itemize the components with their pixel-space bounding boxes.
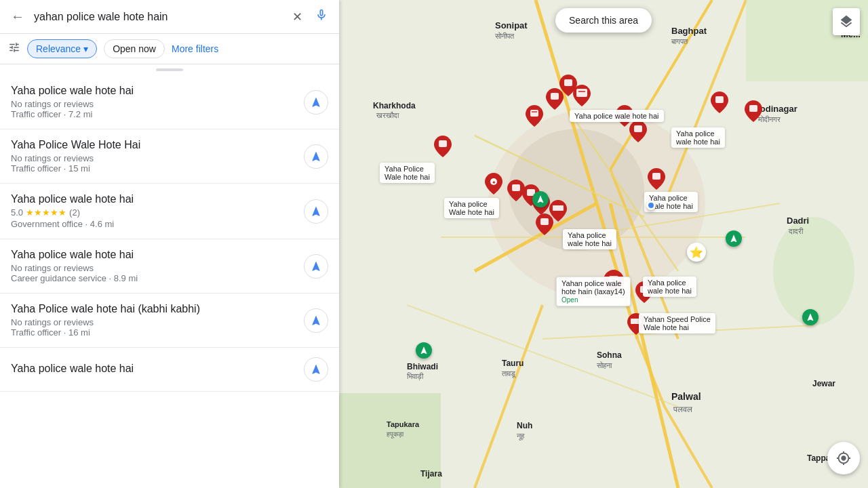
- result-rating-3: 5.0 ★★★★★ (2): [11, 207, 296, 218]
- svg-text:दादरी: दादरी: [788, 227, 804, 235]
- mic-button[interactable]: [312, 5, 331, 28]
- result-name-1: Yaha police wale hote hai: [11, 85, 296, 97]
- my-location-button[interactable]: [827, 442, 860, 474]
- map-pin-5[interactable]: [434, 136, 452, 160]
- svg-rect-53: [576, 89, 587, 97]
- tune-button[interactable]: [8, 41, 20, 57]
- map-pin-16[interactable]: [549, 200, 567, 224]
- green-nav-1[interactable]: [532, 191, 549, 207]
- direction-btn-3[interactable]: [304, 199, 328, 224]
- search-bar: ← ✕: [0, 0, 339, 34]
- result-submeta-2: Traffic officer · 15 mi: [11, 163, 296, 174]
- map-pin-speed[interactable]: [627, 313, 645, 338]
- result-name-5: Yaha Police wale hote hai (kabhi kabhi): [11, 303, 296, 315]
- map-pin-6[interactable]: ✦: [485, 173, 502, 197]
- svg-text:Palwal: Palwal: [671, 391, 701, 402]
- direction-btn-6[interactable]: [304, 357, 328, 382]
- svg-text:Dadri: Dadri: [787, 216, 809, 226]
- map-pin-11[interactable]: [629, 121, 647, 145]
- map-pin-12[interactable]: [711, 92, 728, 116]
- svg-text:सोनीपत: सोनीपत: [494, 32, 515, 40]
- map-panel[interactable]: Sonipat सोनीपत Baghpat बागपत Kharkhoda ख…: [339, 0, 868, 488]
- result-name-4: Yaha police wale hote hai: [11, 249, 296, 261]
- user-location-dot: [646, 201, 656, 210]
- result-name-2: Yaha Police Wale Hote Hai: [11, 139, 296, 151]
- result-name-6: Yaha police wale hote hai: [11, 363, 296, 375]
- svg-text:Baghpat: Baghpat: [671, 26, 707, 36]
- svg-text:सोहना: सोहना: [596, 361, 612, 369]
- svg-text:Nuh: Nuh: [517, 421, 532, 430]
- svg-rect-52: [564, 79, 572, 86]
- result-meta-1: No ratings or reviews: [11, 99, 296, 109]
- svg-rect-50: [532, 111, 537, 113]
- svg-rect-67: [553, 205, 564, 211]
- result-item-3[interactable]: Yaha police wale hote hai 5.0 ★★★★★ (2) …: [0, 184, 339, 239]
- map-pin-4[interactable]: [573, 85, 591, 109]
- map-pin-1[interactable]: [526, 105, 543, 129]
- result-item-5[interactable]: Yaha Police wale hote hai (kabhi kabhi) …: [0, 293, 339, 348]
- direction-btn-2[interactable]: [304, 144, 328, 169]
- result-submeta-1: Traffic officer · 7.2 mi: [11, 109, 296, 119]
- svg-rect-66: [540, 218, 549, 225]
- svg-text:नूह: नूह: [516, 432, 525, 441]
- svg-rect-71: [631, 319, 642, 324]
- svg-text:हपूकड़ा: हपूकड़ा: [386, 430, 404, 439]
- result-item-1[interactable]: Yaha police wale hote hai No ratings or …: [0, 75, 339, 129]
- direction-btn-4[interactable]: [304, 254, 328, 279]
- search-area-button[interactable]: Search this area: [555, 8, 652, 33]
- svg-rect-64: [749, 105, 757, 112]
- green-nav-4[interactable]: [802, 309, 818, 325]
- result-item-6[interactable]: Yaha police wale hote hai: [0, 348, 339, 392]
- svg-rect-55: [439, 140, 447, 147]
- svg-rect-61: [620, 110, 629, 117]
- result-meta-5: No ratings or reviews: [11, 317, 296, 327]
- green-nav-2[interactable]: [726, 230, 742, 247]
- green-nav-3[interactable]: [416, 342, 432, 359]
- svg-text:✦: ✦: [492, 180, 496, 186]
- results-list[interactable]: Yaha police wale hote hai No ratings or …: [0, 75, 339, 488]
- svg-rect-65: [652, 173, 660, 180]
- result-name-3: Yaha police wale hote hai: [11, 193, 296, 205]
- svg-text:खरखौदा: खरखौदा: [376, 111, 399, 119]
- result-submeta-5: Traffic officer · 16 mi: [11, 327, 296, 338]
- svg-text:Kharkhoda: Kharkhoda: [373, 101, 416, 110]
- filter-bar: Relevance ▾ Open now More filters: [0, 34, 339, 64]
- svg-rect-63: [715, 96, 724, 103]
- result-item-4[interactable]: Yaha police wale hote hai No ratings or …: [0, 239, 339, 293]
- svg-point-22: [773, 217, 854, 325]
- map-pin-13[interactable]: [745, 100, 762, 125]
- svg-text:Sohna: Sohna: [597, 350, 622, 360]
- map-pin-right-laxay[interactable]: [635, 281, 653, 306]
- svg-rect-58: [512, 184, 520, 191]
- gold-star-pin[interactable]: ⭐: [687, 243, 706, 262]
- more-filters-button[interactable]: More filters: [172, 43, 218, 54]
- svg-text:Tapukara: Tapukara: [387, 420, 420, 428]
- direction-btn-1[interactable]: [304, 90, 328, 115]
- search-input[interactable]: [34, 11, 283, 23]
- svg-text:तावडू: तावडू: [501, 369, 516, 378]
- result-item-2[interactable]: Yaha Police Wale Hote Hai No ratings or …: [0, 129, 339, 184]
- svg-rect-70: [640, 286, 648, 293]
- result-submeta-4: Career guidance service · 8.9 mi: [11, 273, 296, 283]
- svg-text:Tijara: Tijara: [420, 469, 442, 479]
- result-submeta-3: Government office · 4.6 mi: [11, 219, 296, 229]
- direction-btn-5[interactable]: [304, 308, 328, 333]
- map-pin-laxay[interactable]: [604, 270, 624, 297]
- relevance-filter[interactable]: Relevance ▾: [27, 39, 97, 58]
- open-now-filter[interactable]: Open now: [104, 39, 165, 58]
- scroll-handle: [0, 64, 339, 75]
- svg-rect-51: [551, 93, 559, 100]
- result-meta-2: No ratings or reviews: [11, 153, 296, 163]
- left-panel: ← ✕ Relevance ▾ Open now More filters: [0, 0, 339, 488]
- search-input-wrap: [34, 11, 283, 23]
- svg-text:Jewar: Jewar: [812, 379, 835, 388]
- svg-text:Sonipat: Sonipat: [495, 20, 528, 30]
- result-meta-4: No ratings or reviews: [11, 263, 296, 273]
- svg-text:Tauru: Tauru: [502, 359, 524, 368]
- svg-rect-62: [634, 125, 642, 132]
- map-pin-14[interactable]: [648, 168, 665, 192]
- svg-text:पलवल: पलवल: [673, 405, 692, 414]
- layer-toggle-button[interactable]: [833, 8, 860, 35]
- clear-button[interactable]: ✕: [290, 7, 305, 27]
- back-button[interactable]: ←: [8, 6, 27, 27]
